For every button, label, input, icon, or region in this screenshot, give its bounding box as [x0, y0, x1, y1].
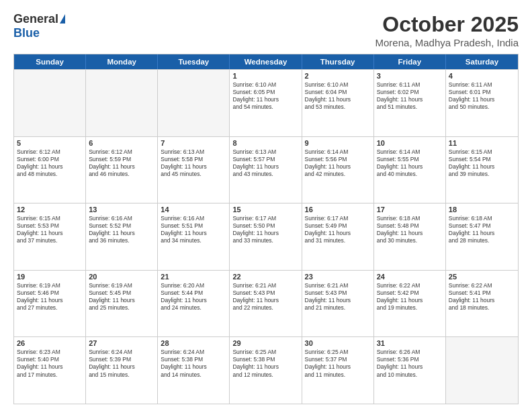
calendar-row: 1Sunrise: 6:10 AMSunset: 6:05 PMDaylight… — [14, 69, 518, 136]
logo-triangle-icon — [60, 14, 65, 24]
sunrise-text: Sunrise: 6:18 AM — [449, 215, 515, 222]
daylight-minutes-text: and 50 minutes. — [449, 103, 515, 111]
calendar-cell: 28Sunrise: 6:24 AMSunset: 5:38 PMDayligh… — [158, 337, 230, 404]
sunrise-text: Sunrise: 6:17 AM — [305, 215, 371, 222]
calendar-cell: 1Sunrise: 6:10 AMSunset: 6:05 PMDaylight… — [230, 70, 302, 136]
daylight-minutes-text: and 48 minutes. — [17, 171, 83, 178]
calendar-cell: 23Sunrise: 6:21 AMSunset: 5:43 PMDayligh… — [302, 271, 374, 337]
sunrise-text: Sunrise: 6:14 AM — [377, 148, 443, 156]
daylight-text: Daylight: 11 hours — [377, 230, 443, 237]
sunrise-text: Sunrise: 6:11 AM — [449, 81, 515, 89]
sunset-text: Sunset: 6:04 PM — [305, 89, 371, 96]
calendar-cell: 12Sunrise: 6:15 AMSunset: 5:53 PMDayligh… — [14, 203, 86, 270]
calendar-cell: 21Sunrise: 6:20 AMSunset: 5:44 PMDayligh… — [158, 271, 230, 337]
day-number: 6 — [89, 139, 154, 147]
sunrise-text: Sunrise: 6:16 AM — [161, 215, 226, 222]
sunrise-text: Sunrise: 6:24 AM — [161, 349, 226, 356]
sunset-text: Sunset: 5:37 PM — [305, 356, 371, 363]
sunrise-text: Sunrise: 6:11 AM — [377, 81, 443, 89]
calendar-cell: 9Sunrise: 6:14 AMSunset: 5:56 PMDaylight… — [302, 137, 374, 203]
calendar-row: 26Sunrise: 6:23 AMSunset: 5:40 PMDayligh… — [14, 336, 518, 404]
page: General Blue October 2025 Morena, Madhya… — [0, 0, 532, 411]
calendar-cell: 15Sunrise: 6:17 AMSunset: 5:50 PMDayligh… — [230, 203, 302, 270]
sunrise-text: Sunrise: 6:13 AM — [161, 148, 226, 156]
daylight-text: Daylight: 11 hours — [232, 230, 298, 237]
calendar-cell: 8Sunrise: 6:13 AMSunset: 5:57 PMDaylight… — [230, 137, 302, 203]
sunrise-text: Sunrise: 6:16 AM — [89, 215, 154, 222]
daylight-minutes-text: and 37 minutes. — [17, 237, 83, 244]
day-number: 15 — [232, 205, 298, 214]
sunset-text: Sunset: 5:43 PM — [305, 289, 371, 297]
calendar-header-cell: Monday — [86, 54, 158, 69]
day-number: 14 — [161, 205, 226, 214]
logo: General Blue — [13, 12, 65, 40]
sunrise-text: Sunrise: 6:10 AM — [232, 81, 298, 89]
sunrise-text: Sunrise: 6:10 AM — [305, 81, 371, 89]
sunset-text: Sunset: 5:45 PM — [89, 289, 154, 297]
sunset-text: Sunset: 5:41 PM — [449, 289, 515, 297]
daylight-minutes-text: and 30 minutes. — [377, 237, 443, 244]
day-number: 2 — [305, 72, 371, 80]
daylight-text: Daylight: 11 hours — [449, 96, 515, 103]
calendar-cell: 2Sunrise: 6:10 AMSunset: 6:04 PMDaylight… — [302, 70, 374, 136]
daylight-minutes-text: and 12 minutes. — [232, 371, 298, 379]
sunrise-text: Sunrise: 6:15 AM — [17, 215, 83, 222]
calendar-header-cell: Sunday — [14, 54, 86, 69]
sunset-text: Sunset: 5:58 PM — [161, 156, 226, 163]
sunset-text: Sunset: 6:05 PM — [232, 89, 298, 96]
daylight-text: Daylight: 11 hours — [17, 297, 83, 304]
sunrise-text: Sunrise: 6:21 AM — [305, 282, 371, 289]
calendar-header: SundayMondayTuesdayWednesdayThursdayFrid… — [14, 54, 518, 69]
day-number: 28 — [161, 339, 226, 347]
calendar-cell: 3Sunrise: 6:11 AMSunset: 6:02 PMDaylight… — [374, 70, 446, 136]
calendar-cell: 14Sunrise: 6:16 AMSunset: 5:51 PMDayligh… — [158, 203, 230, 270]
sunset-text: Sunset: 5:38 PM — [161, 356, 226, 363]
sunrise-text: Sunrise: 6:25 AM — [305, 349, 371, 356]
calendar-header-cell: Saturday — [446, 54, 518, 69]
title-block: October 2025 Morena, Madhya Pradesh, Ind… — [375, 12, 519, 48]
sunrise-text: Sunrise: 6:12 AM — [89, 148, 154, 156]
sunrise-text: Sunrise: 6:21 AM — [232, 282, 298, 289]
day-number: 17 — [377, 205, 443, 214]
daylight-minutes-text: and 34 minutes. — [161, 237, 226, 244]
sunset-text: Sunset: 5:44 PM — [161, 289, 226, 297]
daylight-text: Daylight: 11 hours — [377, 96, 443, 103]
daylight-text: Daylight: 11 hours — [305, 96, 371, 103]
subtitle: Morena, Madhya Pradesh, India — [375, 37, 519, 48]
day-number: 9 — [305, 139, 371, 147]
daylight-minutes-text: and 10 minutes. — [377, 371, 443, 379]
sunrise-text: Sunrise: 6:14 AM — [305, 148, 371, 156]
calendar-cell: 11Sunrise: 6:15 AMSunset: 5:54 PMDayligh… — [446, 137, 518, 203]
daylight-minutes-text: and 46 minutes. — [89, 171, 154, 178]
calendar-cell: 22Sunrise: 6:21 AMSunset: 5:43 PMDayligh… — [230, 271, 302, 337]
day-number: 13 — [89, 205, 154, 214]
day-number: 8 — [232, 139, 298, 147]
day-number: 22 — [232, 273, 298, 281]
calendar-cell: 6Sunrise: 6:12 AMSunset: 5:59 PMDaylight… — [86, 137, 158, 203]
daylight-text: Daylight: 11 hours — [89, 230, 154, 237]
daylight-minutes-text: and 39 minutes. — [449, 171, 515, 178]
day-number: 30 — [305, 339, 371, 347]
sunrise-text: Sunrise: 6:18 AM — [377, 215, 443, 222]
daylight-text: Daylight: 11 hours — [449, 163, 515, 171]
calendar-cell: 4Sunrise: 6:11 AMSunset: 6:01 PMDaylight… — [446, 70, 518, 136]
calendar-cell: 25Sunrise: 6:22 AMSunset: 5:41 PMDayligh… — [446, 271, 518, 337]
daylight-minutes-text: and 36 minutes. — [89, 237, 154, 244]
daylight-minutes-text: and 51 minutes. — [377, 103, 443, 111]
calendar-header-cell: Wednesday — [230, 54, 302, 69]
daylight-minutes-text: and 14 minutes. — [161, 371, 226, 379]
sunset-text: Sunset: 6:01 PM — [449, 89, 515, 96]
day-number: 7 — [161, 139, 226, 147]
daylight-minutes-text: and 43 minutes. — [232, 171, 298, 178]
calendar-cell: 31Sunrise: 6:26 AMSunset: 5:36 PMDayligh… — [374, 337, 446, 404]
sunrise-text: Sunrise: 6:23 AM — [17, 349, 83, 356]
calendar-cell: 7Sunrise: 6:13 AMSunset: 5:58 PMDaylight… — [158, 137, 230, 203]
calendar-row: 12Sunrise: 6:15 AMSunset: 5:53 PMDayligh… — [14, 203, 518, 270]
day-number: 26 — [17, 339, 83, 347]
calendar-cell: 19Sunrise: 6:19 AMSunset: 5:46 PMDayligh… — [14, 271, 86, 337]
sunrise-text: Sunrise: 6:19 AM — [17, 282, 83, 289]
sunrise-text: Sunrise: 6:20 AM — [161, 282, 226, 289]
calendar-cell — [86, 70, 158, 136]
sunrise-text: Sunrise: 6:22 AM — [449, 282, 515, 289]
calendar-cell: 24Sunrise: 6:22 AMSunset: 5:42 PMDayligh… — [374, 271, 446, 337]
